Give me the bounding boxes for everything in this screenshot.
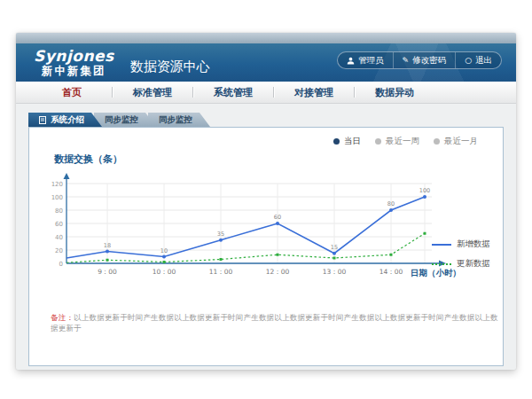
chart-legend: 新增数据 更新数据 bbox=[432, 239, 490, 270]
svg-text:0: 0 bbox=[59, 261, 63, 268]
line-chart: 0204060801001209 : 0010 : 0011 : 0012 : … bbox=[45, 171, 471, 293]
radio-last-month[interactable]: 最近一月 bbox=[434, 136, 478, 147]
nav-item-data-change[interactable]: 数据异动 bbox=[364, 86, 426, 99]
change-password-button[interactable]: ✎ 修改密码 bbox=[393, 52, 456, 68]
solid-line-icon bbox=[432, 244, 451, 246]
tab-label: 同步监控 bbox=[105, 114, 138, 126]
radio-label: 最近一月 bbox=[444, 136, 478, 147]
logo-name: Synjones bbox=[34, 49, 114, 65]
edit-icon: ✎ bbox=[403, 57, 410, 65]
app-window: Synjones 新中新集团 数据资源中心 管理员 ✎ 修改密码 ○ 退出 首页 bbox=[16, 33, 516, 370]
svg-text:80: 80 bbox=[55, 207, 63, 215]
chart-area: 0204060801001209 : 0010 : 0011 : 0012 : … bbox=[45, 171, 503, 297]
logo-subtitle: 新中新集团 bbox=[34, 65, 114, 76]
tab-sync-monitor-2[interactable]: 同步监控 bbox=[148, 113, 210, 127]
radio-dot-icon bbox=[434, 138, 440, 145]
svg-text:18: 18 bbox=[104, 242, 111, 249]
chart-y-axis-title: 数据交换（条） bbox=[54, 153, 503, 166]
radio-today[interactable]: 当日 bbox=[333, 136, 361, 147]
nav-item-interface-mgmt[interactable]: 对接管理 bbox=[283, 86, 345, 99]
company-logo: Synjones 新中新集团 bbox=[34, 49, 114, 76]
content-area: 系统介绍 同步监控 同步监控 当日 最近一周 bbox=[16, 104, 516, 366]
change-password-label: 修改密码 bbox=[412, 55, 446, 66]
svg-text:15: 15 bbox=[331, 244, 338, 251]
header-actions: 管理员 ✎ 修改密码 ○ 退出 bbox=[337, 51, 502, 69]
footnote: 备注：以上数据更新于时间产生数据以上数据更新于时间产生数据以上数据更新于时间产生… bbox=[51, 313, 503, 334]
footnote-text: 以上数据更新于时间产生数据以上数据更新于时间产生数据以上数据更新于时间产生数据以… bbox=[51, 313, 498, 332]
radio-label: 当日 bbox=[344, 136, 361, 147]
tab-label: 同步监控 bbox=[159, 114, 192, 126]
dotted-line-icon bbox=[432, 263, 451, 265]
svg-text:60: 60 bbox=[55, 221, 63, 228]
radio-label: 最近一周 bbox=[386, 136, 419, 147]
svg-text:40: 40 bbox=[55, 234, 63, 241]
svg-text:20: 20 bbox=[55, 247, 63, 254]
tab-bar: 系统介绍 同步监控 同步监控 bbox=[28, 113, 504, 127]
legend-item-updated-data: 更新数据 bbox=[432, 258, 490, 270]
logout-button[interactable]: ○ 退出 bbox=[455, 52, 501, 68]
user-icon bbox=[347, 57, 355, 65]
svg-text:12 : 00: 12 : 00 bbox=[266, 268, 290, 276]
nav-item-system-mgmt[interactable]: 系统管理 bbox=[202, 86, 264, 99]
user-button[interactable]: 管理员 bbox=[338, 52, 393, 68]
range-filter-group: 当日 最近一周 最近一月 bbox=[29, 128, 503, 147]
nav-divider bbox=[354, 87, 355, 98]
svg-text:35: 35 bbox=[217, 231, 224, 238]
window-top-strip bbox=[16, 33, 516, 43]
logout-label: 退出 bbox=[475, 55, 492, 66]
tab-system-intro[interactable]: 系统介绍 bbox=[28, 113, 102, 127]
chart-panel: 当日 最近一周 最近一月 数据交换（条） 0204060801001209 : … bbox=[28, 127, 504, 366]
tab-label: 系统介绍 bbox=[51, 114, 84, 126]
nav-divider bbox=[273, 87, 274, 98]
nav-item-standard-mgmt[interactable]: 标准管理 bbox=[121, 86, 184, 99]
legend-label: 更新数据 bbox=[457, 258, 490, 270]
page-title: 数据资源中心 bbox=[130, 59, 210, 75]
svg-text:80: 80 bbox=[387, 200, 395, 207]
footnote-prefix: 备注： bbox=[51, 313, 74, 322]
nav-divider bbox=[112, 87, 113, 98]
svg-text:100: 100 bbox=[51, 194, 63, 201]
svg-text:120: 120 bbox=[51, 181, 63, 188]
radio-dot-icon bbox=[333, 138, 340, 145]
svg-text:10 : 00: 10 : 00 bbox=[153, 268, 176, 276]
svg-text:60: 60 bbox=[274, 214, 281, 221]
nav-divider bbox=[192, 87, 193, 98]
main-nav: 首页 标准管理 系统管理 对接管理 数据异动 bbox=[16, 82, 516, 104]
nav-item-home[interactable]: 首页 bbox=[41, 86, 103, 99]
legend-label: 新增数据 bbox=[457, 239, 490, 250]
radio-dot-icon bbox=[375, 138, 381, 145]
app-header: Synjones 新中新集团 数据资源中心 管理员 ✎ 修改密码 ○ 退出 bbox=[16, 43, 516, 82]
document-icon bbox=[39, 116, 46, 124]
svg-text:11 : 00: 11 : 00 bbox=[209, 268, 233, 276]
legend-item-new-data: 新增数据 bbox=[432, 239, 490, 250]
svg-text:14 : 00: 14 : 00 bbox=[379, 268, 403, 276]
svg-text:9 : 00: 9 : 00 bbox=[98, 268, 117, 276]
radio-last-week[interactable]: 最近一周 bbox=[375, 136, 419, 147]
power-icon: ○ bbox=[465, 57, 472, 65]
svg-text:10: 10 bbox=[160, 247, 168, 254]
svg-text:13 : 00: 13 : 00 bbox=[323, 268, 347, 276]
user-label: 管理员 bbox=[358, 55, 384, 66]
svg-text:100: 100 bbox=[419, 187, 430, 194]
tab-sync-monitor-1[interactable]: 同步监控 bbox=[94, 113, 156, 127]
